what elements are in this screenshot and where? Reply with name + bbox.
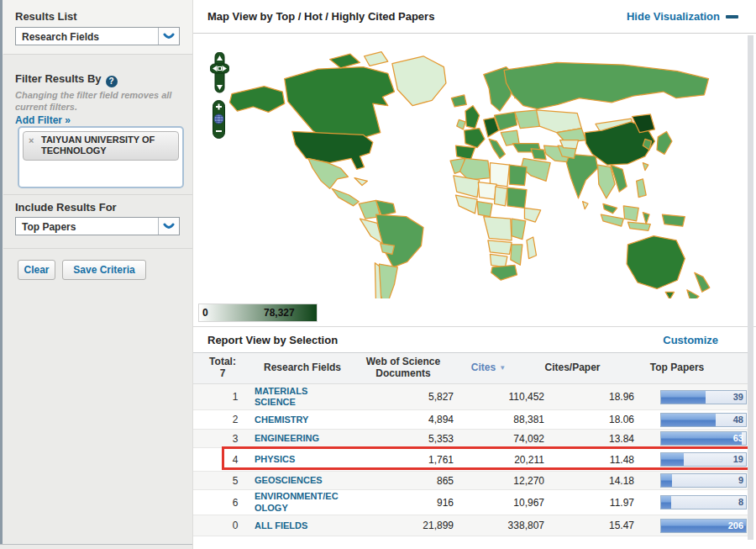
map-region-chad[interactable] <box>495 187 507 206</box>
field-link[interactable]: PHYSICS <box>252 454 295 465</box>
map-region-sulawesi[interactable] <box>643 213 649 224</box>
top-papers-bar[interactable]: 48 <box>660 413 747 427</box>
results-list-dropdown[interactable]: Research Fields <box>15 27 180 45</box>
scrollbar-track[interactable] <box>748 35 753 540</box>
map-region-indonesia-east[interactable] <box>627 222 650 230</box>
map-region-indonesia-west[interactable] <box>601 214 623 226</box>
report-table-body: 1MATERIALS SCIENCE5,827110,45218.96392CH… <box>193 384 753 536</box>
sidebar-divider <box>3 194 192 195</box>
map-region-mozambique[interactable] <box>511 245 522 265</box>
globe-icon[interactable] <box>214 114 223 124</box>
map-region-iceland[interactable] <box>451 95 466 107</box>
field-link[interactable]: ENVIRONMENT/ECOLOGY <box>252 491 345 513</box>
map-region-greenland[interactable] <box>392 56 446 106</box>
top-papers-bar[interactable]: 206 <box>660 519 747 533</box>
row-docs: 5,353 <box>353 433 454 445</box>
map-region-namibia-botswana[interactable] <box>490 254 507 267</box>
map-region-japan[interactable] <box>657 131 672 154</box>
map-region-west-africa[interactable] <box>455 195 477 214</box>
map-pan-control[interactable] <box>210 52 229 94</box>
map-region-taiwan[interactable] <box>643 163 648 171</box>
map-region-uk[interactable] <box>465 106 480 129</box>
include-results-dropdown[interactable]: Top Papers <box>15 217 180 235</box>
map-region-south-africa[interactable] <box>491 265 517 280</box>
map-region-angola-zambia[interactable] <box>488 240 512 255</box>
map-region-bolivia[interactable] <box>381 244 395 255</box>
map-zoom-control[interactable] <box>213 100 225 139</box>
map-region-algeria[interactable] <box>460 158 491 180</box>
add-filter-link[interactable]: Add Filter » <box>15 114 71 126</box>
column-header-cites-per-paper[interactable]: Cites/Paper <box>544 353 634 383</box>
row-field-cell: CHEMISTRY <box>252 414 353 425</box>
top-papers-bar[interactable]: 8 <box>660 495 747 509</box>
map-region-afghanistan[interactable] <box>560 140 579 149</box>
map-region-niger[interactable] <box>478 182 496 199</box>
map-region-spain[interactable] <box>455 145 475 160</box>
map-region-egypt[interactable] <box>510 165 527 185</box>
chevron-down-icon <box>158 218 179 235</box>
save-criteria-button[interactable]: Save Criteria <box>62 260 146 280</box>
map-region-borneo[interactable] <box>623 206 638 221</box>
map-region-kenya-tanzania[interactable] <box>512 219 526 239</box>
map-region-tasmania[interactable] <box>665 292 674 298</box>
map-region-ireland[interactable] <box>457 119 465 129</box>
top-papers-value: 39 <box>733 392 743 402</box>
field-link[interactable]: ALL FIELDS <box>252 520 307 531</box>
map-region-france[interactable] <box>465 129 485 148</box>
top-papers-bar-fill <box>661 474 672 487</box>
map-region-ethiopia[interactable] <box>524 208 540 222</box>
field-link[interactable]: CHEMISTRY <box>252 414 308 425</box>
top-papers-bar[interactable]: 19 <box>660 452 747 467</box>
map-region-sri-lanka[interactable] <box>583 202 588 209</box>
map-region-central-america[interactable] <box>332 188 359 205</box>
column-header-research-fields[interactable]: Research Fields <box>252 353 353 383</box>
row-cites: 10,967 <box>454 497 544 509</box>
customize-link[interactable]: Customize <box>663 334 718 346</box>
map-region-arctic-island-1[interactable] <box>330 54 360 68</box>
top-papers-bar[interactable]: 63 <box>660 431 747 446</box>
map-region-mexico[interactable] <box>308 158 348 188</box>
map-region-philippines[interactable] <box>637 179 647 198</box>
map-region-congo[interactable] <box>484 217 512 240</box>
hide-visualization-label: Hide Visualization <box>627 10 720 23</box>
map-region-india[interactable] <box>566 154 597 198</box>
row-field-cell: MATERIALS SCIENCE <box>252 386 353 408</box>
map-region-madagascar[interactable] <box>527 237 537 259</box>
top-papers-bar-fill <box>661 453 684 466</box>
row-cites: 12,270 <box>454 475 544 487</box>
map-region-usa[interactable] <box>292 131 373 169</box>
top-papers-bar[interactable]: 9 <box>660 473 747 488</box>
help-icon[interactable]: ? <box>106 76 118 87</box>
map-region-sudan[interactable] <box>507 187 527 208</box>
map-region-cuba[interactable] <box>354 178 367 186</box>
map-region-australia[interactable] <box>627 236 685 289</box>
column-header-cites[interactable]: Cites▼ <box>454 353 544 383</box>
map-region-malaysia[interactable] <box>603 203 617 214</box>
map-region-brazil[interactable] <box>376 214 423 267</box>
hide-visualization-link[interactable]: Hide Visualization <box>627 10 738 23</box>
include-results-heading: Include Results For <box>15 201 117 214</box>
clear-button[interactable]: Clear <box>18 260 55 280</box>
map-region-canada[interactable] <box>285 67 395 140</box>
map-region-mali-mauritania[interactable] <box>454 176 480 198</box>
map-region-new-zealand-south[interactable] <box>687 290 699 298</box>
remove-filter-icon[interactable]: × <box>29 135 34 146</box>
include-results-dropdown-value: Top Papers <box>16 218 158 235</box>
top-papers-bar[interactable]: 39 <box>660 390 747 404</box>
map-region-new-zealand-north[interactable] <box>695 272 710 292</box>
map-region-italy[interactable] <box>489 139 505 158</box>
map-region-arctic-island-2[interactable] <box>365 52 388 66</box>
map-region-russia[interactable] <box>504 62 708 108</box>
row-cites-per-paper: 13.84 <box>544 433 634 445</box>
field-link[interactable]: GEOSCIENCES <box>252 475 323 486</box>
column-header-wos-documents[interactable]: Web of Science Documents <box>353 353 454 383</box>
map-region-libya[interactable] <box>490 163 509 187</box>
map-region-new-guinea[interactable] <box>662 214 685 226</box>
field-link[interactable]: ENGINEERING <box>252 433 319 444</box>
field-link[interactable]: MATERIALS SCIENCE <box>252 386 345 408</box>
map-region-iraq-syria[interactable] <box>531 149 546 160</box>
column-header-top-papers[interactable]: Top Papers <box>634 353 753 383</box>
map-region-nigeria[interactable] <box>477 202 492 217</box>
filter-chip[interactable]: × TAIYUAN UNIVERSITY OF TECHNOLOGY <box>23 131 179 161</box>
map-region-alaska[interactable] <box>229 87 284 113</box>
